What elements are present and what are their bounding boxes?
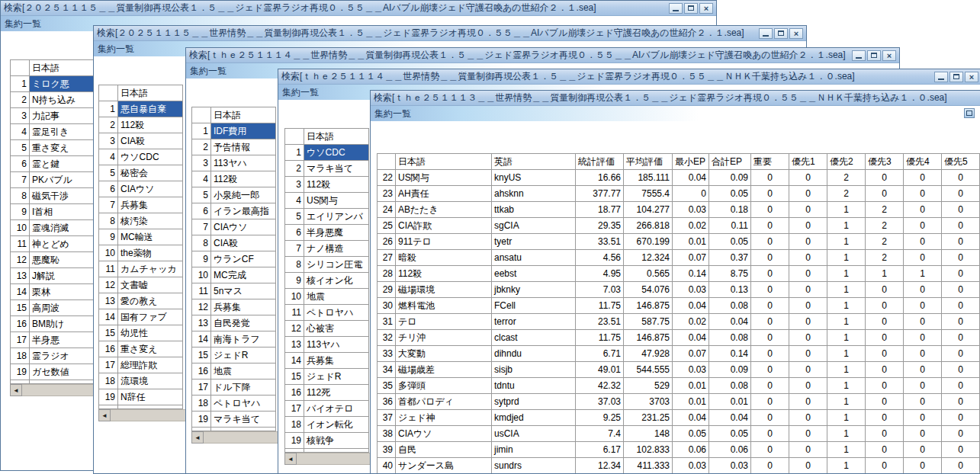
row-number[interactable]: 19	[99, 389, 118, 405]
list-item-label[interactable]: マラキ当て	[304, 161, 369, 177]
list-item-label[interactable]: 国有ファブ	[118, 309, 183, 325]
row-number[interactable]: 18	[192, 396, 211, 412]
cell-important[interactable]: 0	[751, 314, 789, 330]
cell-stat-eval[interactable]: 12.34	[576, 458, 624, 474]
cell-avg-eval[interactable]: 54.076	[624, 282, 673, 298]
row-number[interactable]: 24	[378, 202, 396, 218]
row-number[interactable]: 36	[378, 394, 396, 410]
row-number[interactable]: 6	[11, 156, 30, 172]
cell-english[interactable]: eebst	[492, 266, 576, 282]
cell-priority-3[interactable]: 0	[866, 458, 904, 474]
cell-important[interactable]: 0	[751, 186, 789, 202]
cell-japanese[interactable]: 911テロ	[396, 234, 492, 250]
cell-total-ep[interactable]: 0.06	[709, 442, 751, 458]
row-number[interactable]: 2	[99, 117, 118, 133]
column-header-1[interactable]: 日本語	[396, 154, 492, 170]
column-header-japanese[interactable]: 日本語	[118, 85, 183, 101]
cell-priority-3[interactable]: 2	[866, 218, 904, 234]
row-number[interactable]: 32	[378, 330, 396, 346]
cell-priority-5[interactable]: 0	[942, 282, 980, 298]
cell-priority-2[interactable]: 1	[827, 314, 866, 330]
list-item-label[interactable]: イオン転化	[304, 417, 369, 433]
maximize-button[interactable]	[774, 28, 788, 39]
list-item-label[interactable]: 113ヤハ	[304, 337, 369, 353]
row-number[interactable]: 17	[192, 380, 211, 396]
list-item-label[interactable]: N持ち込み	[30, 92, 95, 108]
list-item-label[interactable]: MC輸送	[118, 229, 183, 245]
row-number[interactable]: 7	[285, 241, 304, 257]
column-header-11[interactable]: 優先4	[904, 154, 942, 170]
close-button[interactable]: ×	[699, 3, 713, 14]
row-number[interactable]: 3	[99, 133, 118, 149]
cell-priority-3[interactable]: 0	[866, 186, 904, 202]
cell-priority-5[interactable]: 0	[942, 170, 980, 186]
cell-priority-4[interactable]: 0	[904, 426, 942, 442]
list-item-label[interactable]: CIAウソ	[118, 181, 183, 197]
cell-priority-1[interactable]: 0	[789, 250, 827, 266]
cell-priority-2[interactable]: 1	[827, 442, 866, 458]
cell-priority-3[interactable]: 0	[866, 314, 904, 330]
row-number[interactable]: 16	[285, 385, 304, 401]
list-item-label[interactable]: ジェドR	[211, 347, 276, 364]
cell-priority-3[interactable]: 0	[866, 394, 904, 410]
cell-important[interactable]: 0	[751, 394, 789, 410]
cell-avg-eval[interactable]: 3703	[624, 394, 673, 410]
row-number[interactable]: 6	[192, 203, 211, 219]
row-number[interactable]: 4	[192, 171, 211, 187]
column-header-10[interactable]: 優先3	[866, 154, 904, 170]
row-number[interactable]: 7	[192, 219, 211, 235]
cell-total-ep[interactable]: 0.37	[709, 250, 751, 266]
cell-priority-5[interactable]: 0	[942, 410, 980, 426]
cell-total-ep[interactable]: 0.03	[709, 458, 751, 474]
cell-japanese[interactable]: テロ	[396, 314, 492, 330]
list-item-label[interactable]: シリコン圧電	[304, 257, 369, 273]
cell-english[interactable]: dihndu	[492, 346, 576, 362]
cell-priority-2[interactable]: 1	[827, 202, 866, 218]
cell-total-ep[interactable]: 0.04	[709, 314, 751, 330]
cell-priority-1[interactable]: 0	[789, 378, 827, 394]
close-button[interactable]: ×	[882, 50, 896, 61]
cell-stat-eval[interactable]: 49.01	[576, 362, 624, 378]
column-header-5[interactable]: 最小EP	[673, 154, 709, 170]
row-number[interactable]: 34	[378, 362, 396, 378]
list-item-label[interactable]: BM助け	[30, 316, 95, 332]
cell-priority-4[interactable]: 0	[904, 442, 942, 458]
cell-avg-eval[interactable]: 266.818	[624, 218, 673, 234]
cell-stat-eval[interactable]: 16.66	[576, 170, 624, 186]
cell-important[interactable]: 0	[751, 378, 789, 394]
cell-avg-eval[interactable]: 47.928	[624, 346, 673, 362]
cell-total-ep[interactable]: 0.09	[709, 362, 751, 378]
list-item-label[interactable]: 幼児性	[118, 325, 183, 341]
cell-total-ep[interactable]: 0.05	[709, 234, 751, 250]
list-item-label[interactable]: 地震	[211, 364, 276, 380]
row-number[interactable]: 15	[285, 369, 304, 385]
list-item-label[interactable]: 核汚染	[118, 213, 183, 229]
cell-stat-eval[interactable]: 4.95	[576, 266, 624, 282]
cell-priority-5[interactable]: 0	[942, 394, 980, 410]
cell-priority-2[interactable]: 1	[827, 266, 866, 282]
cell-priority-1[interactable]: 0	[789, 410, 827, 426]
list-item-label[interactable]: 秘密会	[118, 165, 183, 181]
column-header-9[interactable]: 優先2	[827, 154, 866, 170]
cell-priority-2[interactable]: 1	[827, 298, 866, 314]
cell-min-ep[interactable]: 0.01	[673, 234, 709, 250]
cell-avg-eval[interactable]: 529	[624, 378, 673, 394]
cell-japanese[interactable]: 首都パロディ	[396, 394, 492, 410]
cell-avg-eval[interactable]: 12.324	[624, 250, 673, 266]
cell-total-ep[interactable]: 0.18	[709, 202, 751, 218]
list-item-label[interactable]: 113ヤハ	[211, 155, 276, 171]
list-item-label[interactable]: I首相	[30, 204, 95, 220]
cell-stat-eval[interactable]: 7.4	[576, 426, 624, 442]
row-number[interactable]: 16	[11, 316, 30, 332]
column-header-3[interactable]: 統計評価	[576, 154, 624, 170]
cell-important[interactable]: 0	[751, 202, 789, 218]
cell-priority-1[interactable]: 0	[789, 218, 827, 234]
cell-priority-4[interactable]: 0	[904, 314, 942, 330]
cell-priority-2[interactable]: 1	[827, 458, 866, 474]
cell-min-ep[interactable]: 0.04	[673, 298, 709, 314]
cell-priority-2[interactable]: 1	[827, 362, 866, 378]
cell-priority-2[interactable]: 1	[827, 394, 866, 410]
cell-japanese[interactable]: 自民	[396, 442, 492, 458]
cell-priority-5[interactable]: 0	[942, 330, 980, 346]
row-number[interactable]: 7	[11, 172, 30, 188]
